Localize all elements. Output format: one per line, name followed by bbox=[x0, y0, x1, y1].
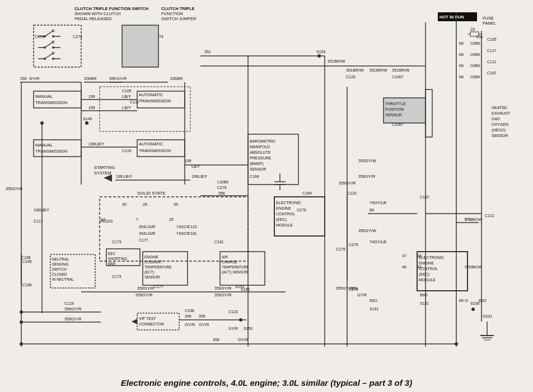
svg-text:359: 359 bbox=[6, 187, 12, 191]
svg-text:GY/R: GY/R bbox=[29, 76, 40, 81]
svg-text:SWITCH: SWITCH bbox=[52, 267, 67, 271]
svg-text:HOT IN RUN: HOT IN RUN bbox=[440, 15, 464, 20]
svg-text:MODULE: MODULE bbox=[419, 278, 436, 282]
svg-text:PANEL: PANEL bbox=[483, 21, 496, 26]
svg-text:BR: BR bbox=[91, 76, 97, 81]
svg-text:C119: C119 bbox=[64, 301, 74, 305]
svg-point-267 bbox=[455, 342, 458, 346]
svg-point-265 bbox=[20, 320, 23, 324]
svg-text:359: 359 bbox=[214, 293, 221, 297]
svg-text:GAS: GAS bbox=[492, 117, 500, 121]
svg-text:359: 359 bbox=[20, 77, 27, 81]
svg-text:570: 570 bbox=[465, 265, 471, 269]
svg-text:S153: S153 bbox=[316, 50, 325, 54]
svg-text:O/BK: O/BK bbox=[470, 74, 480, 79]
svg-text:O/BK: O/BK bbox=[470, 52, 480, 57]
svg-text:BAR: BAR bbox=[108, 262, 116, 266]
svg-text:GY/R: GY/R bbox=[365, 174, 376, 179]
svg-text:743: 743 bbox=[176, 225, 183, 229]
svg-point-261 bbox=[85, 121, 88, 125]
svg-text:BR/W: BR/W bbox=[334, 59, 346, 64]
svg-text:(ECT): (ECT) bbox=[144, 270, 154, 275]
svg-point-17 bbox=[52, 35, 54, 37]
svg-text:351: 351 bbox=[328, 59, 334, 63]
svg-point-29 bbox=[52, 58, 54, 60]
svg-text:GY/R: GY/R bbox=[221, 286, 232, 291]
svg-text:MANUAL: MANUAL bbox=[35, 143, 53, 148]
svg-text:GY/R: GY/R bbox=[142, 292, 153, 297]
svg-text:TRANSMISSION: TRANSMISSION bbox=[139, 148, 171, 153]
diagram-caption: Electronic engine controls, 4.0L engine;… bbox=[0, 378, 533, 388]
svg-text:AIR: AIR bbox=[222, 255, 228, 259]
svg-text:POSITION: POSITION bbox=[385, 107, 404, 111]
svg-text:BR/W: BR/W bbox=[353, 68, 364, 73]
svg-text:BAROMETRIC: BAROMETRIC bbox=[250, 139, 276, 143]
svg-point-280 bbox=[317, 54, 321, 58]
svg-text:25: 25 bbox=[169, 218, 174, 221]
svg-text:MANUAL: MANUAL bbox=[35, 94, 53, 99]
svg-text:MODULE: MODULE bbox=[276, 223, 293, 227]
svg-text:242: 242 bbox=[100, 219, 106, 223]
svg-text:199: 199 bbox=[88, 106, 95, 110]
svg-text:C164: C164 bbox=[302, 191, 312, 195]
svg-text:BR/W: BR/W bbox=[376, 68, 388, 73]
svg-text:C196: C196 bbox=[22, 259, 32, 263]
svg-text:LG/BK: LG/BK bbox=[217, 180, 229, 184]
svg-text:NEUTRAL: NEUTRAL bbox=[52, 257, 69, 261]
svg-text:CONTROL: CONTROL bbox=[419, 267, 438, 271]
svg-text:GY/LB: GY/LB bbox=[374, 200, 386, 205]
svg-text:PEDAL RELEASED: PEDAL RELEASED bbox=[74, 16, 112, 21]
svg-text:C123: C123 bbox=[228, 310, 238, 314]
svg-text:351: 351 bbox=[346, 68, 353, 72]
svg-text:TEMPERATURE: TEMPERATURE bbox=[222, 265, 249, 269]
svg-text:VIP TEST: VIP TEST bbox=[139, 317, 157, 320]
svg-point-263 bbox=[239, 318, 242, 322]
svg-text:BR: BR bbox=[177, 76, 183, 81]
svg-text:SENSOR: SENSOR bbox=[492, 134, 508, 138]
svg-point-266 bbox=[20, 342, 23, 346]
svg-point-264 bbox=[20, 310, 23, 314]
svg-text:359: 359 bbox=[64, 307, 71, 311]
svg-text:C161: C161 bbox=[188, 232, 197, 235]
svg-text:TRANSMISSION: TRANSMISSION bbox=[139, 98, 171, 103]
svg-text:EEC: EEC bbox=[108, 252, 116, 256]
svg-text:C196: C196 bbox=[21, 256, 31, 259]
svg-text:45: 45 bbox=[174, 202, 178, 206]
svg-text:SWITCH JUMPER: SWITCH JUMPER bbox=[161, 16, 197, 21]
svg-text:CONTROL: CONTROL bbox=[276, 212, 295, 216]
svg-text:AUTOMATIC: AUTOMATIC bbox=[139, 92, 163, 97]
svg-text:S149: S149 bbox=[83, 117, 92, 121]
svg-text:C187: C187 bbox=[487, 71, 497, 75]
svg-text:C1007: C1007 bbox=[392, 75, 404, 79]
svg-text:29: 29 bbox=[417, 254, 422, 258]
svg-text:30: 30 bbox=[122, 202, 127, 206]
svg-text:C105: C105 bbox=[487, 37, 497, 41]
svg-text:359: 359 bbox=[199, 314, 205, 318]
svg-text:C177: C177 bbox=[139, 238, 148, 242]
svg-text:SENSOR: SENSOR bbox=[250, 167, 266, 171]
svg-text:COOLANT: COOLANT bbox=[144, 260, 162, 264]
svg-text:ENGINE: ENGINE bbox=[144, 255, 159, 259]
svg-text:O: O bbox=[424, 292, 428, 297]
svg-text:SENSOR: SENSOR bbox=[385, 113, 402, 117]
svg-text:359: 359 bbox=[336, 286, 343, 290]
svg-text:C279: C279 bbox=[336, 247, 345, 251]
svg-text:354: 354 bbox=[139, 225, 146, 229]
svg-text:89: 89 bbox=[370, 299, 374, 303]
svg-text:C187: C187 bbox=[420, 195, 429, 199]
svg-text:C105: C105 bbox=[122, 89, 132, 93]
svg-text:C111: C111 bbox=[485, 214, 494, 218]
svg-point-23 bbox=[52, 46, 54, 49]
svg-text:ENGINE: ENGINE bbox=[419, 261, 434, 265]
svg-text:LG/R: LG/R bbox=[146, 231, 156, 236]
svg-text:359: 359 bbox=[339, 181, 345, 185]
svg-text:C123: C123 bbox=[188, 225, 197, 229]
svg-text:355: 355 bbox=[358, 229, 365, 233]
svg-text:C279: C279 bbox=[217, 186, 227, 190]
svg-text:SENSING: SENSING bbox=[52, 262, 68, 266]
svg-text:89: 89 bbox=[370, 208, 374, 212]
svg-text:TRANSMISSION: TRANSMISSION bbox=[35, 100, 67, 105]
svg-text:351: 351 bbox=[370, 68, 376, 72]
svg-text:200: 200 bbox=[170, 77, 177, 81]
svg-text:GY/R: GY/R bbox=[238, 337, 249, 342]
